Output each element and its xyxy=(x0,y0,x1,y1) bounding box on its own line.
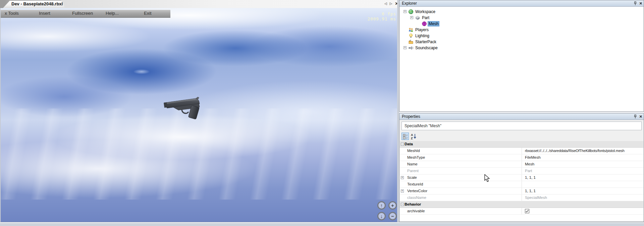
property-value[interactable]: rbxasset://../../../shareddata/RiseOfThe… xyxy=(525,149,642,153)
performance-overlay: 0 fps 2009.91 ms xyxy=(368,11,396,21)
expand-icon[interactable] xyxy=(401,176,404,179)
fps-counter: 0 fps xyxy=(368,11,396,16)
categorized-view-button[interactable] xyxy=(401,133,409,140)
collapse-icon[interactable] xyxy=(401,143,404,146)
property-row-meshid[interactable]: MeshId rbxasset://../../../shareddata/Ri… xyxy=(400,148,643,154)
property-row-scale[interactable]: Scale 1, 1, 1 xyxy=(400,174,643,181)
az-sort-icon: A Z xyxy=(410,133,417,140)
property-name: Name xyxy=(407,162,418,166)
selection-header: SpecialMesh "Mesh" xyxy=(400,120,643,132)
menu-insert[interactable]: Insert xyxy=(39,11,50,16)
viewport-menubar: x Tools Insert Fullscreen Help... Exit xyxy=(1,10,170,18)
document-tab-title: Dev - Baseplate2048.rbxl xyxy=(11,1,63,6)
alphabetical-sort-button[interactable]: A Z xyxy=(410,133,417,140)
property-row-meshtype[interactable]: MeshType FileMesh xyxy=(400,154,643,161)
players-icon xyxy=(408,27,414,32)
selected-object-label: SpecialMesh "Mesh" xyxy=(401,122,642,130)
section-label: Data xyxy=(405,142,413,146)
property-name: Scale xyxy=(407,175,417,179)
tree-item-starterpack[interactable]: StarterPack xyxy=(400,39,643,45)
pistol-mesh-object[interactable] xyxy=(163,96,207,120)
property-value: SpecialMesh xyxy=(525,196,642,200)
tree-item-label: Lighting xyxy=(415,33,429,38)
tab-controls: ◁ ▷ ✕ xyxy=(384,1,398,6)
explorer-close-icon[interactable]: ✕ xyxy=(639,1,642,6)
tree-item-soundscape[interactable]: Soundscape xyxy=(400,45,643,51)
explorer-titlebar[interactable]: Explorer ✕ xyxy=(399,0,644,7)
part-icon xyxy=(415,15,420,20)
window-bottom-edge xyxy=(0,222,644,226)
properties-close-icon[interactable]: ✕ xyxy=(639,114,642,119)
frame-time: 2009.91 ms xyxy=(368,16,396,21)
soundscape-icon xyxy=(408,45,414,51)
property-value[interactable]: FileMesh xyxy=(525,155,642,159)
property-row-archivable[interactable]: archivable xyxy=(400,208,643,215)
tab-scroll-left-icon[interactable]: ◁ xyxy=(384,1,387,6)
checkmark-icon xyxy=(525,209,529,213)
workspace-icon xyxy=(408,9,414,14)
property-grid: Data MeshId rbxasset://../../../sharedda… xyxy=(400,141,643,221)
expand-plus-icon[interactable] xyxy=(410,16,413,19)
property-value: Part xyxy=(525,169,642,173)
lighting-icon xyxy=(408,33,414,39)
explorer-panel: Explorer ✕ Workspace xyxy=(399,0,644,112)
property-row-name[interactable]: Name Mesh xyxy=(400,161,643,168)
property-value[interactable]: 1, 1, 1 xyxy=(525,175,642,179)
properties-titlebar[interactable]: Properties ✕ xyxy=(399,114,644,120)
pin-icon[interactable] xyxy=(634,1,637,6)
tree-item-part[interactable]: Part xyxy=(400,15,643,21)
property-name: Parent xyxy=(407,169,419,173)
property-value[interactable]: Mesh xyxy=(525,162,642,166)
section-label: Behavior xyxy=(405,202,421,206)
explorer-tree: Workspace Part Mesh xyxy=(400,7,643,111)
property-section-data[interactable]: Data xyxy=(400,141,643,148)
tree-item-label: Players xyxy=(415,27,429,32)
property-row-vertexcolor[interactable]: VertexColor 1, 1, 1 xyxy=(400,188,643,195)
tree-item-workspace[interactable]: Workspace xyxy=(400,9,643,15)
tree-item-mesh[interactable]: Mesh xyxy=(400,21,643,27)
tree-item-label: Part xyxy=(422,15,429,20)
property-name: archivable xyxy=(407,209,425,213)
tilt-up-button[interactable]: ↑ xyxy=(377,201,386,210)
menu-help[interactable]: Help... xyxy=(106,11,119,16)
property-name: MeshType xyxy=(407,155,425,159)
roblox-studio-window: Dev - Baseplate2048.rbxl ◁ ▷ ✕ x Tools I… xyxy=(0,0,644,226)
tree-item-label-selected: Mesh xyxy=(428,21,439,26)
collapse-icon[interactable] xyxy=(401,203,404,206)
starterpack-icon xyxy=(408,39,414,45)
categorized-icon xyxy=(402,133,409,140)
menu-fullscreen[interactable]: Fullscreen xyxy=(72,11,93,16)
properties-title: Properties xyxy=(402,114,420,119)
property-value[interactable]: 1, 1, 1 xyxy=(525,189,642,193)
properties-panel: Properties ✕ SpecialMesh "Mesh" xyxy=(399,113,644,222)
zoom-in-button[interactable]: + xyxy=(388,201,397,210)
property-name: MeshId xyxy=(407,149,420,153)
archivable-checkbox[interactable] xyxy=(525,209,529,213)
property-name: VertexColor xyxy=(407,189,427,193)
property-name: TextureId xyxy=(407,182,423,186)
tilt-down-button[interactable]: ↓ xyxy=(377,212,386,220)
pin-icon[interactable] xyxy=(634,115,637,119)
tree-item-players[interactable]: Players xyxy=(400,27,643,33)
expand-plus-icon[interactable] xyxy=(404,10,407,13)
tree-item-label: Workspace xyxy=(415,9,435,14)
menu-tools[interactable]: x Tools xyxy=(5,11,19,16)
explorer-title: Explorer xyxy=(402,1,417,6)
expand-plus-icon[interactable] xyxy=(404,46,407,49)
properties-toolbar: A Z xyxy=(400,132,643,141)
property-section-behavior[interactable]: Behavior xyxy=(400,201,643,208)
property-name: className xyxy=(407,196,426,200)
tab-strip: Dev - Baseplate2048.rbxl ◁ ▷ ✕ xyxy=(0,0,397,8)
tab-scroll-right-icon[interactable]: ▷ xyxy=(390,1,392,6)
tree-item-label: StarterPack xyxy=(415,40,436,44)
expand-icon[interactable] xyxy=(401,190,404,193)
tree-item-lighting[interactable]: Lighting xyxy=(400,33,643,39)
camera-navpad: ↑ + ↓ − xyxy=(377,201,397,220)
zoom-out-button[interactable]: − xyxy=(388,212,397,220)
mesh-icon xyxy=(422,21,427,26)
menu-exit[interactable]: Exit xyxy=(144,11,152,16)
property-row-textureid[interactable]: TextureId xyxy=(400,181,643,188)
svg-text:A: A xyxy=(411,133,413,137)
viewport-3d[interactable]: x Tools Insert Fullscreen Help... Exit 0… xyxy=(0,8,398,223)
svg-text:Z: Z xyxy=(411,137,413,140)
